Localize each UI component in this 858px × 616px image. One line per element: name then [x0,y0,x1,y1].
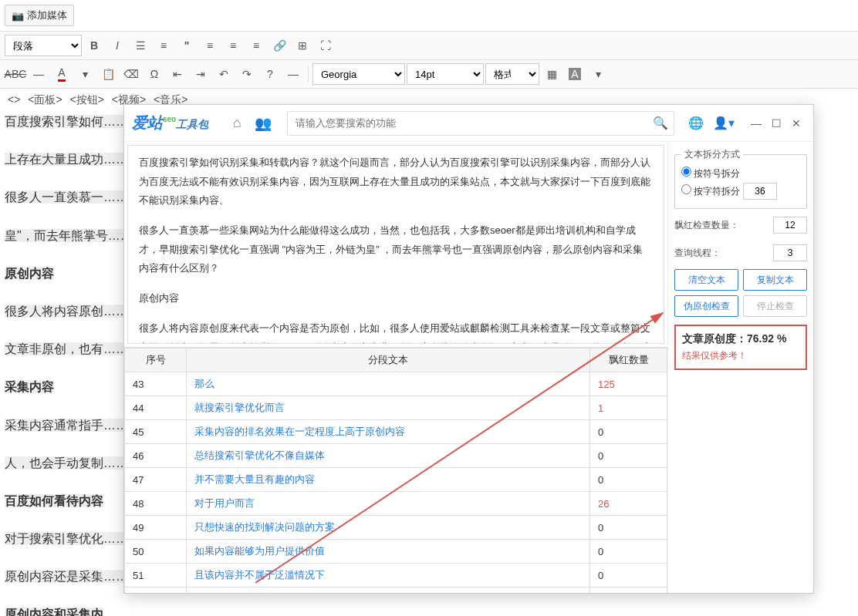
heading-collect: 采集内容 [5,380,54,393]
bg-color-button[interactable]: A [564,63,586,85]
format-select-2[interactable]: 格式 [485,63,539,85]
strike-button[interactable]: ABC [5,63,26,85]
table-row[interactable]: 47并不需要大量且有趣的内容0 [125,468,667,492]
result-note: 结果仅供参考！ [682,349,799,362]
result-table: 序号 分段文本 飘红数量 43那么12544就搜索引擎优化而言145采集内容的排… [124,347,667,593]
outdent-button[interactable]: ⇤ [167,63,188,85]
number-list-button[interactable]: ≡ [153,35,174,56]
search-input[interactable] [287,111,674,136]
quote-button[interactable]: " [176,35,198,56]
maximize-button[interactable]: ☐ [767,114,785,133]
minimize-button[interactable]: — [747,114,765,133]
thread-label: 查询线程： [674,247,721,260]
hr-button[interactable]: — [28,63,49,85]
italic-button[interactable]: I [106,35,128,56]
table-row[interactable]: 50如果内容能够为用户提供价值0 [125,540,667,564]
close-button[interactable]: ✕ [787,114,806,133]
heading-compare: 原创内容和采集内 [5,608,103,616]
split-mode-fieldset: 文本拆分方式 按符号拆分 按字符拆分 [674,148,807,209]
check-button[interactable]: 伪原创检查 [674,295,738,317]
bold-button[interactable]: B [83,35,105,56]
home-icon[interactable]: ⌂ [224,110,250,136]
aizhan-tool-window: 爱站seo工具包 ⌂ 👥 🔍 🌐 👤▾ — ☐ ✕ 百度搜索引擎如何识别采集和转… [123,104,814,594]
toolbar-row-1: 段落 B I ☰ ≡ " ≡ ≡ ≡ 🔗 ⊞ ⛶ [0,32,858,60]
col-count: 飘红数量 [590,348,667,372]
clear-format-button[interactable]: ⌫ [120,63,142,85]
user-icon[interactable]: 👥 [250,110,276,136]
result-box: 文章原创度：76.92 % 结果仅供参考！ [674,325,807,370]
table-row[interactable]: 44就搜索引擎优化而言1 [125,396,667,420]
tool-sidebar: 文本拆分方式 按符号拆分 按字符拆分 飘红检查数量： 查询线程： 清空文本 复 [668,142,813,593]
add-media-button[interactable]: 📷 添加媒体 [5,5,74,26]
originality-rate: 76.92 % [747,332,786,345]
search-icon[interactable]: 🔍 [653,116,668,130]
table-row[interactable]: 52能够提供最优价值的文章就可以获得搜索排名0 [125,587,667,594]
align-center-button[interactable]: ≡ [222,35,244,56]
fullscreen-button[interactable]: ⛶ [315,35,336,56]
heading-baidu: 百度如何看待内容 [5,494,103,507]
tag-button[interactable]: <按钮> [70,93,104,106]
check-count-input[interactable] [773,217,807,234]
align-left-button[interactable]: ≡ [199,35,221,56]
col-index: 序号 [125,348,187,372]
undo-button[interactable]: ↶ [213,63,235,85]
clear-text-button[interactable]: 清空文本 [674,269,738,291]
link-button[interactable]: 🔗 [269,35,290,56]
special-char-button[interactable]: Ω [144,63,165,85]
media-icon: 📷 [12,10,24,22]
code-icon[interactable]: <> [8,93,20,106]
redo-button[interactable]: ↷ [236,63,258,85]
text-input-area[interactable]: 百度搜索引擎如何识别采集和转载内容？就这个问题而言，部分人认为百度搜索引擎可以识… [127,145,664,344]
copy-text-button[interactable]: 复制文本 [743,269,807,291]
paste-button[interactable]: 📋 [97,63,119,85]
tool-logo: 爱站seo工具包 [132,113,208,133]
tag-panel[interactable]: <面板> [28,93,62,106]
account-icon[interactable]: 👤▾ [713,113,735,134]
table-row[interactable]: 51且该内容并不属于泛滥情况下0 [125,564,667,587]
help-button[interactable]: ? [259,63,281,85]
toolbar-row-2: ABC — A ▾ 📋 ⌫ Ω ⇤ ⇥ ↶ ↷ ? — Georgia 14pt… [0,60,858,89]
add-media-label: 添加媒体 [27,8,67,22]
char-count-input[interactable] [743,183,777,200]
stop-button[interactable]: 停止检查 [743,295,807,317]
indent-button[interactable]: ⇥ [190,63,211,85]
text-color-button[interactable]: A [51,63,73,85]
globe-icon[interactable]: 🌐 [685,113,707,134]
table-row[interactable]: 46总结搜索引擎优化不像自媒体0 [125,444,667,468]
thread-input[interactable] [773,244,807,261]
table-row[interactable]: 45采集内容的排名效果在一定程度上高于原创内容0 [125,420,667,444]
table-button[interactable]: ▦ [541,63,562,85]
dropdown-icon-2[interactable]: ▾ [587,63,609,85]
font-size-select[interactable]: 14pt [407,63,484,85]
format-select[interactable]: 段落 [5,35,82,56]
table-row[interactable]: 49只想快速的找到解决问题的方案0 [125,516,667,540]
check-count-label: 飘红检查数量： [674,219,739,232]
dropdown-icon[interactable]: ▾ [74,63,96,85]
font-family-select[interactable]: Georgia [312,63,405,85]
bullet-list-button[interactable]: ☰ [130,35,151,56]
tool-header: 爱站seo工具包 ⌂ 👥 🔍 🌐 👤▾ — ☐ ✕ [124,105,813,142]
collapse-button[interactable]: — [282,63,304,85]
align-right-button[interactable]: ≡ [245,35,267,56]
split-by-char-radio[interactable]: 按字符拆分 [681,184,740,198]
heading-original: 原创内容 [5,267,54,280]
table-row[interactable]: 43那么125 [125,372,667,396]
col-segment: 分段文本 [187,348,590,372]
table-row[interactable]: 48对于用户而言26 [125,492,667,516]
more-button[interactable]: ⊞ [292,35,313,56]
split-by-symbol-radio[interactable]: 按符号拆分 [681,167,740,180]
